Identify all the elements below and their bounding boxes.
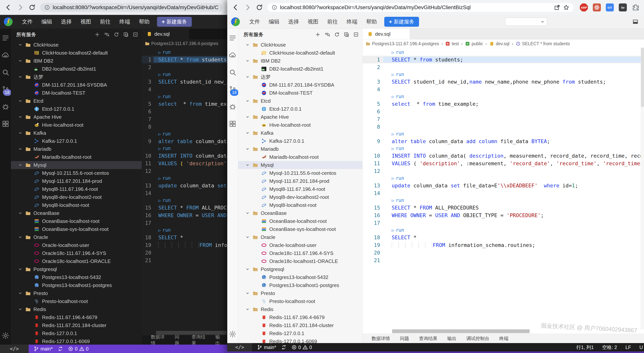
run-button[interactable]: ▷run <box>158 146 171 151</box>
menu-item[interactable]: 前往 <box>96 18 115 25</box>
tree-item[interactable]: DB2DB2-localhost2-db2inst1 <box>238 65 362 73</box>
tree-group[interactable]: Postgresql <box>238 265 362 273</box>
code-line[interactable]: 2 <box>362 63 644 71</box>
refresh-icon[interactable] <box>114 32 119 37</box>
add-service-icon[interactable] <box>94 32 100 37</box>
tree-item[interactable]: DM-111.67.201.184-SYSDBA <box>238 81 362 89</box>
tree-item[interactable]: DM-localhost-TEST <box>11 89 142 97</box>
debug-icon[interactable] <box>228 103 237 111</box>
code-line[interactable]: 19FROM information_schema.routines; <box>362 241 644 249</box>
address-bar[interactable]: localhost:8080/?workspaceDir=/Users/yanq… <box>268 3 574 12</box>
tree-item[interactable]: Postgres13-localhost-5432 <box>11 273 142 281</box>
tree-item[interactable]: ClickHouse-localhost2-default <box>11 49 142 57</box>
menu-item[interactable]: 前往 <box>323 18 342 25</box>
panel-tab[interactable]: 问题 <box>170 334 186 345</box>
site-info-icon[interactable] <box>44 4 50 10</box>
open-new-window-icon[interactable] <box>344 32 349 37</box>
panel-tab[interactable]: 问题 <box>395 336 414 342</box>
add-service-icon[interactable] <box>315 32 321 37</box>
tree-group[interactable]: Presto <box>11 289 142 297</box>
browser-back-icon[interactable] <box>232 4 240 11</box>
code-line[interactable]: 9alter table column_data add column file… <box>142 137 227 145</box>
browser-forward-icon[interactable] <box>16 4 24 11</box>
tree-group[interactable]: Etcd <box>238 97 362 105</box>
tree-item[interactable]: OceanBase-sys-localhost-root <box>11 225 142 233</box>
tree-item[interactable]: Presto-localhost-root <box>11 297 142 305</box>
tree-item[interactable]: DM-111.67.201.184-SYSDBA <box>11 81 142 89</box>
code-line[interactable]: 16WHERE OWNER = USER AND OBJECT_TYPE = '… <box>362 211 644 219</box>
code-line[interactable]: 17 <box>362 219 644 227</box>
code-line[interactable]: 6 <box>142 108 227 115</box>
code-editor[interactable]: ▷run1SELECT * from students;2▷run3SELECT… <box>362 48 644 329</box>
tree-item[interactable]: Postgres13-localhost-5432 <box>238 273 362 281</box>
menu-item[interactable]: 终端 <box>115 18 134 25</box>
code-line[interactable]: 13update column_data set file_data=E'\\x… <box>142 182 227 189</box>
tree-item[interactable]: Kafka-127.0.0.1 <box>11 137 142 145</box>
code-line[interactable]: 7 <box>142 115 227 123</box>
code-line[interactable]: 3SELECT student_id new_id,name new_name,… <box>142 78 227 85</box>
tree-item[interactable]: DB2DB2-localhost2-db2inst1 <box>11 65 142 73</box>
tree-item[interactable]: Mysql8-dev-localhost2-root <box>11 193 142 201</box>
tree-item[interactable]: Oracle18c-localhost1-ORACLE <box>11 257 142 265</box>
menu-item[interactable]: 视图 <box>76 18 96 25</box>
url-text[interactable]: localhost:8080/?workspaceDir=/Users/yanq… <box>280 4 470 10</box>
menu-item[interactable]: 选择 <box>284 18 303 25</box>
tree-group[interactable]: OceanBase <box>11 209 142 217</box>
cloud-server-icon[interactable] <box>2 51 10 59</box>
browser-forward-icon[interactable] <box>244 4 251 11</box>
vertical-scrollbar[interactable] <box>641 48 644 329</box>
tree-item[interactable]: Mysql8-localhost-root <box>238 201 362 209</box>
services-panel-icon[interactable] <box>228 34 237 42</box>
refresh-icon[interactable] <box>334 32 340 37</box>
remote-indicator[interactable]: </> <box>0 345 29 353</box>
extensions-icon[interactable] <box>228 120 237 128</box>
filter-icon[interactable] <box>324 32 330 37</box>
tree-group[interactable]: Etcd <box>11 97 142 105</box>
source-control-icon[interactable]: 18 <box>2 85 10 93</box>
code-line[interactable]: 15SELECT * FROM ALL_PROCEDURES <box>362 204 644 211</box>
tree-group[interactable]: Oracle <box>11 233 142 241</box>
breadcrumb-item[interactable]: Postgres13-111.67.196.4-postgres <box>145 41 218 46</box>
tree-item[interactable]: OceanBase-localhost-root <box>11 217 142 225</box>
tree-item[interactable]: Redis-111.67.196.4-6679 <box>238 313 362 321</box>
tree-group[interactable]: Redis <box>11 305 142 313</box>
tree-item[interactable]: Oracle18c-localhost1-ORACLE <box>238 257 362 265</box>
breadcrumb-item[interactable]: Postgres13-111.67.196.4-postgres <box>366 41 439 46</box>
run-button[interactable]: ▷run <box>392 227 404 233</box>
tree-item[interactable]: OceanBase-sys-localhost-root <box>238 225 362 233</box>
panel-tab[interactable]: 数据详情 <box>146 334 170 345</box>
tree-group[interactable]: 达梦 <box>238 73 362 81</box>
panel-tab[interactable]: 调试控制台 <box>462 336 494 342</box>
tree-item[interactable]: Mysql-111.67.201.184-prod <box>11 177 142 185</box>
panel-tab[interactable]: 输出 <box>442 336 462 342</box>
selenium-icon[interactable]: Se <box>619 3 627 11</box>
run-button[interactable]: ▷run <box>158 72 171 77</box>
tree-item[interactable]: Mysql-111.67.201.184-prod <box>238 177 362 185</box>
tree-item[interactable]: Postgres13-localhost1-postgres <box>11 281 142 289</box>
tree-item[interactable]: Oracle18c-111.67.196.4-SYS <box>238 249 362 257</box>
remote-indicator[interactable]: </> <box>227 343 252 352</box>
problems-status[interactable]: 0 0 <box>292 345 312 350</box>
tree-item[interactable]: Mysql8-111.67.196.4-root <box>238 185 362 193</box>
open-external-icon[interactable] <box>554 4 560 11</box>
adblock-icon[interactable]: ABP <box>580 3 588 11</box>
tree-item[interactable]: Hive-localhost-root <box>238 121 362 129</box>
tree-group[interactable]: Mysql <box>238 161 362 169</box>
run-button[interactable]: ▷run <box>158 227 171 233</box>
run-button[interactable]: ▷run <box>392 72 404 77</box>
tree-group[interactable]: Redis <box>238 305 362 313</box>
code-line[interactable]: 8 <box>362 123 644 130</box>
code-line[interactable]: 6 <box>362 108 644 115</box>
tree-item[interactable]: DM-localhost-TEST <box>238 89 362 97</box>
source-control-icon[interactable]: 18 <box>228 85 237 93</box>
code-line[interactable]: 7 <box>362 115 644 123</box>
google-translate-icon[interactable]: G文 <box>606 3 614 11</box>
tree-item[interactable]: ClickHouse-localhost2-default <box>238 49 362 57</box>
tree-item[interactable]: Redis-127.0.0.1-6069 <box>238 337 362 343</box>
menu-item[interactable]: 帮助 <box>362 18 381 25</box>
branch-status[interactable]: main* <box>34 346 53 352</box>
code-line[interactable]: 13update column_data set file_data=E'\\x… <box>362 182 644 189</box>
tree-group[interactable]: Apache Hive <box>11 113 142 121</box>
code-line[interactable]: 11VALUES ( 'description', :measurement, … <box>142 160 227 167</box>
code-line[interactable]: 17 <box>142 219 227 227</box>
